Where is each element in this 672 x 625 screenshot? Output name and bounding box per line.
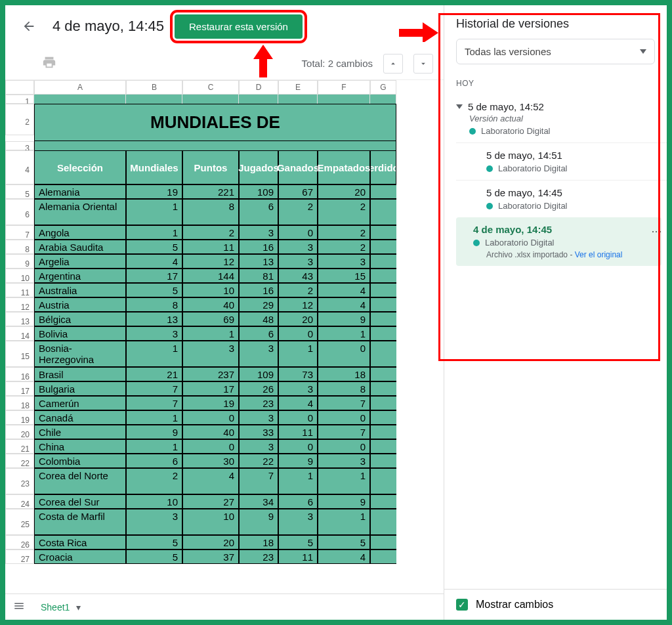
row-header: 5 <box>5 184 34 199</box>
table-cell: 4 <box>278 396 318 410</box>
table-header-cell: Perdidos <box>370 150 396 184</box>
table-cell: 1 <box>278 341 318 367</box>
table-cell: 20 <box>318 184 370 199</box>
version-item-selected[interactable]: 4 de mayo, 14:45 Laboratorio Digital Arc… <box>456 217 662 266</box>
table-cell: 13 <box>239 254 278 269</box>
chevron-down-icon <box>640 49 646 54</box>
table-cell: 26 <box>239 381 278 396</box>
column-header: D <box>239 80 278 95</box>
table-cell <box>370 326 396 341</box>
table-cell: 3 <box>126 326 182 341</box>
day-label: HOY <box>444 72 667 95</box>
table-cell: Alemania <box>34 184 126 199</box>
table-cell: 12 <box>278 297 318 312</box>
table-cell <box>370 439 396 454</box>
table-cell: 16 <box>239 240 278 254</box>
version-item[interactable]: 5 de mayo, 14:45 Laboratorio Digital <box>456 180 667 217</box>
table-cell: 40 <box>182 425 239 439</box>
table-cell: 1 <box>318 509 370 535</box>
print-icon[interactable] <box>42 55 56 72</box>
table-cell: Bosnia-Herzegovina <box>34 341 126 367</box>
table-cell: 10 <box>126 494 182 509</box>
row-header: 16 <box>5 367 34 381</box>
next-change-button[interactable] <box>413 54 433 74</box>
table-cell: 15 <box>318 269 370 283</box>
table-cell <box>370 550 396 564</box>
table-cell <box>370 269 396 283</box>
table-cell: 7 <box>126 396 182 410</box>
topbar: 4 de mayo, 14:45 Restaurar esta versión <box>5 5 444 47</box>
table-cell: Colombia <box>34 454 126 468</box>
table-cell: 2 <box>278 199 318 225</box>
row-header: 17 <box>5 381 34 396</box>
table-cell: 19 <box>126 184 182 199</box>
table-cell: 22 <box>239 454 278 468</box>
table-cell: 7 <box>126 381 182 396</box>
table-cell: 6 <box>278 494 318 509</box>
row-header: 10 <box>5 269 34 283</box>
table-cell: 9 <box>278 454 318 468</box>
all-sheets-icon[interactable] <box>13 600 25 614</box>
sheet-tab-1[interactable]: Sheet1 ▾ <box>35 599 86 615</box>
version-item-current[interactable]: 5 de mayo, 14:52 Versión actual Laborato… <box>444 95 667 142</box>
table-cell: 29 <box>239 297 278 312</box>
table-cell: 12 <box>182 254 239 269</box>
table-cell: 221 <box>182 184 239 199</box>
table-cell <box>370 297 396 312</box>
table-cell <box>370 184 396 199</box>
row-header: 11 <box>5 283 34 297</box>
versions-filter-dropdown[interactable]: Todas las versiones <box>456 39 655 64</box>
table-cell: 5 <box>126 550 182 564</box>
view-original-link[interactable]: Ver el original <box>575 250 623 259</box>
row-header: 8 <box>5 240 34 254</box>
prev-change-button[interactable] <box>383 54 403 74</box>
author-dot-icon <box>486 165 493 172</box>
table-cell: 6 <box>239 326 278 341</box>
table-cell: 2 <box>278 283 318 297</box>
table-cell: 1 <box>318 468 370 494</box>
back-button[interactable] <box>16 13 42 39</box>
panel-title: Historial de versiones <box>444 5 667 39</box>
table-cell: Chile <box>34 425 126 439</box>
table-cell: 8 <box>126 297 182 312</box>
table-cell <box>370 381 396 396</box>
table-cell: 237 <box>182 367 239 381</box>
table-cell: 0 <box>278 439 318 454</box>
table-cell: 43 <box>278 269 318 283</box>
table-cell: 40 <box>182 297 239 312</box>
table-cell: 2 <box>318 199 370 225</box>
table-cell: 5 <box>126 535 182 550</box>
table-cell: 3 <box>239 225 278 240</box>
version-history-panel: Historial de versiones Todas las version… <box>444 5 667 620</box>
row-header: 25 <box>5 509 34 535</box>
column-header: A <box>34 80 126 95</box>
table-cell: 9 <box>126 425 182 439</box>
table-cell <box>370 425 396 439</box>
table-cell: 17 <box>126 269 182 283</box>
more-options-icon[interactable]: ⋮ <box>650 226 663 237</box>
row-header: 6 <box>5 199 34 225</box>
table-cell: 4 <box>318 550 370 564</box>
table-cell: 3 <box>318 454 370 468</box>
spreadsheet[interactable]: ABCDEFG12MUNDIALES DE34SelecciónMundiale… <box>5 80 444 593</box>
table-cell: 1 <box>318 326 370 341</box>
table-cell: 5 <box>278 535 318 550</box>
show-changes-checkbox[interactable]: ✓ <box>456 599 468 611</box>
table-cell: 0 <box>318 341 370 367</box>
table-cell: 0 <box>318 439 370 454</box>
table-header-cell: Puntos <box>182 150 239 184</box>
table-cell: Bélgica <box>34 312 126 326</box>
restore-button[interactable]: Restaurar esta versión <box>175 14 303 39</box>
table-cell: 0 <box>278 225 318 240</box>
collapse-icon[interactable] <box>456 104 463 109</box>
chevron-up-icon <box>388 59 398 68</box>
version-item[interactable]: 5 de mayo, 14:51 Laboratorio Digital <box>456 142 667 180</box>
table-cell: Corea del Norte <box>34 468 126 494</box>
row-header: 24 <box>5 494 34 509</box>
table-cell: 16 <box>239 283 278 297</box>
table-header-cell: Selección <box>34 150 126 184</box>
table-cell: Austria <box>34 297 126 312</box>
sheet-title: MUNDIALES DE <box>34 104 396 141</box>
table-cell: 0 <box>318 410 370 425</box>
table-cell <box>370 468 396 494</box>
